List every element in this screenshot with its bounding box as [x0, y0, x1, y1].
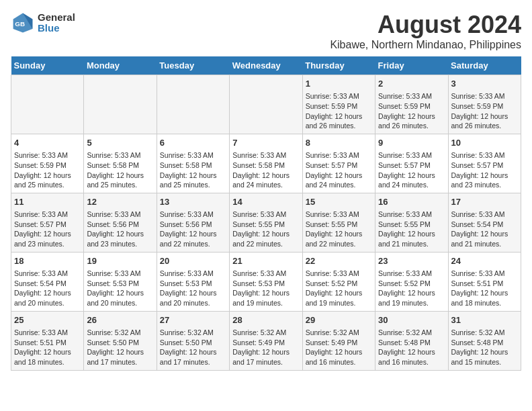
week-row-3: 11Sunrise: 5:33 AMSunset: 5:57 PMDayligh…: [11, 193, 521, 252]
day-info: Sunrise: 5:32 AM: [378, 328, 445, 338]
day-info: Sunrise: 5:33 AM: [378, 269, 445, 279]
day-number: 25: [14, 314, 81, 326]
day-info: Sunset: 5:50 PM: [87, 338, 153, 348]
title-block: August 2024 Kibawe, Northern Mindanao, P…: [330, 11, 521, 51]
day-info: Sunset: 5:49 PM: [232, 338, 299, 348]
day-info: Sunrise: 5:33 AM: [451, 210, 518, 220]
day-info: Daylight: 12 hours and 17 minutes.: [160, 347, 226, 367]
week-row-1: 1Sunrise: 5:33 AMSunset: 5:59 PMDaylight…: [11, 75, 521, 134]
day-number: 19: [87, 255, 153, 267]
table-cell: 3Sunrise: 5:33 AMSunset: 5:59 PMDaylight…: [448, 75, 521, 134]
day-info: Sunrise: 5:33 AM: [451, 91, 518, 101]
day-info: Sunrise: 5:32 AM: [451, 328, 518, 338]
day-info: Sunset: 5:48 PM: [378, 338, 445, 348]
day-info: Daylight: 12 hours and 20 minutes.: [160, 288, 226, 308]
day-number: 15: [306, 196, 372, 208]
day-info: Daylight: 12 hours and 22 minutes.: [306, 229, 372, 248]
table-cell: 24Sunrise: 5:33 AMSunset: 5:51 PMDayligh…: [448, 252, 521, 311]
table-cell: 9Sunrise: 5:33 AMSunset: 5:57 PMDaylight…: [375, 134, 448, 193]
day-number: 9: [378, 137, 445, 149]
table-cell: 8Sunrise: 5:33 AMSunset: 5:57 PMDaylight…: [302, 134, 375, 193]
day-info: Sunset: 5:59 PM: [14, 161, 81, 171]
page-title: August 2024: [330, 11, 521, 39]
day-number: 12: [87, 196, 153, 208]
table-cell: 13Sunrise: 5:33 AMSunset: 5:56 PMDayligh…: [157, 193, 229, 252]
table-cell: 29Sunrise: 5:32 AMSunset: 5:49 PMDayligh…: [302, 311, 375, 370]
header-thursday: Thursday: [302, 56, 375, 75]
day-info: Sunrise: 5:32 AM: [306, 328, 372, 338]
table-cell: 23Sunrise: 5:33 AMSunset: 5:52 PMDayligh…: [375, 252, 448, 311]
logo: GB General Blue: [11, 11, 75, 35]
day-info: Daylight: 12 hours and 20 minutes.: [14, 288, 81, 308]
table-cell: 6Sunrise: 5:33 AMSunset: 5:58 PMDaylight…: [157, 134, 229, 193]
day-number: 26: [87, 314, 153, 326]
day-info: Daylight: 12 hours and 26 minutes.: [306, 111, 372, 131]
table-cell: 12Sunrise: 5:33 AMSunset: 5:56 PMDayligh…: [84, 193, 157, 252]
day-number: 24: [451, 255, 518, 267]
header-friday: Friday: [375, 56, 448, 75]
day-info: Sunrise: 5:33 AM: [160, 269, 226, 279]
day-info: Daylight: 12 hours and 16 minutes.: [306, 347, 372, 367]
day-number: 17: [451, 196, 518, 208]
day-number: 28: [232, 314, 299, 326]
table-cell: 21Sunrise: 5:33 AMSunset: 5:53 PMDayligh…: [230, 252, 302, 311]
day-info: Daylight: 12 hours and 22 minutes.: [160, 229, 226, 248]
day-info: Sunrise: 5:33 AM: [14, 150, 81, 161]
day-number: 5: [87, 137, 153, 149]
day-number: 8: [306, 137, 372, 149]
day-number: 21: [232, 255, 299, 267]
day-info: Daylight: 12 hours and 17 minutes.: [232, 347, 299, 367]
day-info: Sunrise: 5:33 AM: [451, 150, 518, 161]
header-saturday: Saturday: [448, 56, 521, 75]
day-info: Daylight: 12 hours and 16 minutes.: [378, 347, 445, 367]
day-info: Daylight: 12 hours and 18 minutes.: [14, 347, 81, 367]
table-cell: 25Sunrise: 5:33 AMSunset: 5:51 PMDayligh…: [11, 311, 84, 370]
day-number: 27: [160, 314, 226, 326]
day-number: 10: [451, 137, 518, 149]
day-info: Daylight: 12 hours and 19 minutes.: [232, 288, 299, 308]
day-info: Sunset: 5:57 PM: [306, 161, 372, 171]
day-info: Sunset: 5:58 PM: [87, 161, 153, 171]
table-cell: 11Sunrise: 5:33 AMSunset: 5:57 PMDayligh…: [11, 193, 84, 252]
day-info: Daylight: 12 hours and 17 minutes.: [87, 347, 153, 367]
day-info: Daylight: 12 hours and 24 minutes.: [378, 171, 445, 190]
day-info: Sunset: 5:55 PM: [378, 220, 445, 230]
table-cell: 7Sunrise: 5:33 AMSunset: 5:58 PMDaylight…: [230, 134, 302, 193]
page-subtitle: Kibawe, Northern Mindanao, Philippines: [330, 39, 521, 51]
day-number: 29: [306, 314, 372, 326]
logo-text: General Blue: [38, 12, 75, 34]
page-header: GB General Blue August 2024 Kibawe, Nort…: [11, 11, 521, 51]
day-info: Sunrise: 5:33 AM: [451, 269, 518, 279]
table-cell: 2Sunrise: 5:33 AMSunset: 5:59 PMDaylight…: [375, 75, 448, 134]
day-info: Sunset: 5:57 PM: [14, 220, 81, 230]
day-info: Sunrise: 5:33 AM: [87, 269, 153, 279]
day-number: 14: [232, 196, 299, 208]
day-info: Sunrise: 5:33 AM: [306, 210, 372, 220]
day-info: Sunrise: 5:33 AM: [306, 150, 372, 161]
day-info: Sunset: 5:58 PM: [160, 161, 226, 171]
table-cell: [84, 75, 157, 134]
table-cell: 28Sunrise: 5:32 AMSunset: 5:49 PMDayligh…: [230, 311, 302, 370]
day-info: Sunset: 5:54 PM: [14, 279, 81, 289]
day-info: Sunset: 5:52 PM: [378, 279, 445, 289]
table-cell: 15Sunrise: 5:33 AMSunset: 5:55 PMDayligh…: [302, 193, 375, 252]
day-number: 2: [378, 78, 445, 90]
day-info: Sunset: 5:53 PM: [232, 279, 299, 289]
day-number: 30: [378, 314, 445, 326]
day-info: Sunset: 5:51 PM: [451, 279, 518, 289]
day-info: Sunrise: 5:33 AM: [14, 210, 81, 220]
table-cell: 4Sunrise: 5:33 AMSunset: 5:59 PMDaylight…: [11, 134, 84, 193]
week-row-5: 25Sunrise: 5:33 AMSunset: 5:51 PMDayligh…: [11, 311, 521, 370]
week-row-4: 18Sunrise: 5:33 AMSunset: 5:54 PMDayligh…: [11, 252, 521, 311]
day-number: 6: [160, 137, 226, 149]
header-monday: Monday: [84, 56, 157, 75]
day-info: Daylight: 12 hours and 21 minutes.: [378, 229, 445, 248]
day-info: Sunrise: 5:33 AM: [378, 210, 445, 220]
day-info: Sunrise: 5:33 AM: [378, 150, 445, 161]
table-cell: 5Sunrise: 5:33 AMSunset: 5:58 PMDaylight…: [84, 134, 157, 193]
day-info: Sunset: 5:55 PM: [306, 220, 372, 230]
day-info: Daylight: 12 hours and 20 minutes.: [87, 288, 153, 308]
day-number: 11: [14, 196, 81, 208]
day-info: Sunrise: 5:33 AM: [87, 150, 153, 161]
table-cell: 19Sunrise: 5:33 AMSunset: 5:53 PMDayligh…: [84, 252, 157, 311]
